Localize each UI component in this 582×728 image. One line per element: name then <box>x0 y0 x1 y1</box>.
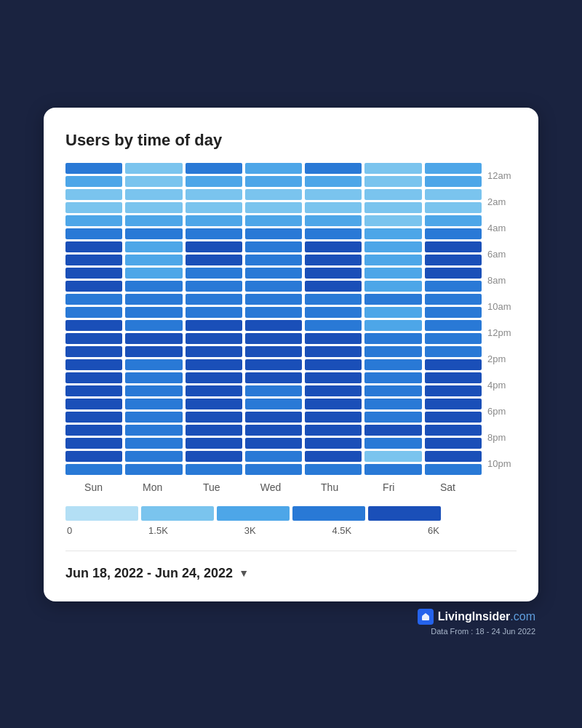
heatmap-row <box>65 451 482 462</box>
heatmap-cell <box>125 372 182 383</box>
heatmap-cell <box>425 163 482 174</box>
heatmap-cell <box>65 189 122 200</box>
heatmap-cell <box>245 438 302 449</box>
heatmap-row <box>65 333 482 344</box>
chart-title: Users by time of day <box>65 131 517 150</box>
heatmap-cell <box>245 215 302 226</box>
heatmap-cell <box>65 268 122 279</box>
heatmap-row <box>65 412 482 423</box>
heatmap-cell <box>425 320 482 331</box>
legend-value-label: 1.5K <box>148 525 168 536</box>
heatmap-row <box>65 255 482 265</box>
heatmap-cell <box>65 202 122 213</box>
y-axis-label: 12am <box>487 163 517 189</box>
heatmap-cell <box>305 176 362 187</box>
heatmap-cell <box>125 189 182 200</box>
heatmap-row <box>65 372 482 383</box>
heatmap-cell <box>125 307 182 318</box>
heatmap-row <box>65 359 482 370</box>
heatmap-cell <box>186 385 242 396</box>
heatmap-cell <box>65 241 122 252</box>
heatmap-cell <box>245 385 302 396</box>
heatmap-row <box>65 320 482 331</box>
heatmap-cell <box>186 189 242 200</box>
heatmap-cell <box>125 215 182 226</box>
heatmap-cell <box>65 346 122 357</box>
heatmap-cell <box>245 346 302 357</box>
heatmap-cell <box>125 451 182 462</box>
brand-row: LivingInsider.com <box>418 609 535 625</box>
heatmap-row <box>65 425 482 436</box>
heatmap-cell <box>186 451 242 462</box>
heatmap-cell <box>425 268 482 279</box>
heatmap-cell <box>364 425 421 436</box>
heatmap-cell <box>245 189 302 200</box>
heatmap-row <box>65 294 482 305</box>
heatmap-cell <box>364 307 421 318</box>
heatmap-cell <box>65 294 122 305</box>
heatmap-cell <box>364 228 421 239</box>
heatmap-cell <box>65 176 122 187</box>
heatmap-cell <box>186 333 242 344</box>
heatmap-cell <box>186 359 242 370</box>
brand-icon <box>418 609 434 625</box>
y-axis-label: 2pm <box>487 346 517 372</box>
heatmap-cell <box>245 176 302 187</box>
heatmap-cell <box>305 399 362 409</box>
heatmap-cell <box>364 372 421 383</box>
main-card: Users by time of day 12am2am4am6am8am10a… <box>44 108 538 601</box>
heatmap-row <box>65 268 482 279</box>
heatmap-cell <box>364 241 421 252</box>
heatmap-cell <box>305 464 362 475</box>
heatmap-cell <box>305 320 362 331</box>
heatmap-cell <box>65 333 122 344</box>
heatmap-cell <box>65 372 122 383</box>
heatmap-cell <box>186 307 242 318</box>
heatmap-cell <box>65 399 122 409</box>
heatmap-row <box>65 215 482 226</box>
heatmap-cell <box>364 189 421 200</box>
heatmap-cell <box>186 294 242 305</box>
heatmap-cell <box>245 163 302 174</box>
heatmap-cell <box>425 241 482 252</box>
heatmap-cell <box>305 372 362 383</box>
heatmap-cell <box>245 202 302 213</box>
heatmap-cell <box>125 320 182 331</box>
heatmap-cell <box>305 268 362 279</box>
heatmap-cell <box>364 176 421 187</box>
heatmap-cell <box>125 425 182 436</box>
heatmap-row <box>65 228 482 239</box>
y-axis-label: 10pm <box>487 451 517 477</box>
date-range-row[interactable]: Jun 18, 2022 - Jun 24, 2022 ▼ <box>65 566 517 581</box>
heatmap-cell <box>186 255 242 265</box>
heatmap-cell <box>245 451 302 462</box>
svg-marker-1 <box>422 613 429 616</box>
heatmap-cell <box>305 215 362 226</box>
heatmap-cell <box>186 464 242 475</box>
heatmap-cell <box>364 294 421 305</box>
heatmap-cell <box>65 412 122 423</box>
heatmap-cell <box>245 359 302 370</box>
heatmap-cell <box>65 255 122 265</box>
y-axis-label: 2am <box>487 189 517 215</box>
heatmap-cell <box>125 255 182 265</box>
heatmap-cell <box>305 189 362 200</box>
heatmap-cell <box>125 176 182 187</box>
legend-value-label: 6K <box>428 525 439 536</box>
heatmap-cell <box>245 412 302 423</box>
heatmap-cell <box>425 346 482 357</box>
legend-area: 01.5K3K4.5K6K <box>65 506 517 536</box>
divider <box>65 551 517 551</box>
heatmap-cell <box>125 281 182 292</box>
heatmap-row <box>65 281 482 292</box>
legend-value-label: 3K <box>244 525 256 536</box>
heatmap-cell <box>125 464 182 475</box>
heatmap-cell <box>65 307 122 318</box>
dropdown-icon[interactable]: ▼ <box>239 567 249 579</box>
heatmap-cell <box>364 464 421 475</box>
heatmap-cell <box>305 385 362 396</box>
heatmap-cell <box>305 281 362 292</box>
heatmap-cell <box>245 425 302 436</box>
heatmap-cell <box>425 464 482 475</box>
heatmap-cell <box>425 333 482 344</box>
